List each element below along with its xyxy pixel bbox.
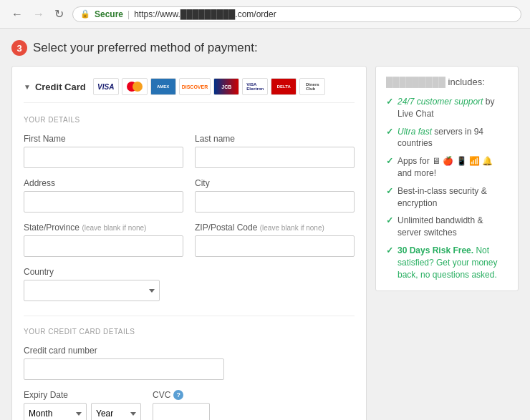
page-heading: 3 Select your preferred method of paymen… bbox=[11, 40, 519, 56]
check-icon: ✓ bbox=[386, 127, 393, 137]
address-label: Address bbox=[24, 178, 183, 188]
name-row: First Name Last name bbox=[24, 134, 355, 168]
cvc-label: CVC bbox=[153, 390, 170, 400]
address-group: Address bbox=[24, 178, 183, 213]
check-icon: ✓ bbox=[386, 97, 393, 107]
country-label: Country bbox=[24, 267, 355, 277]
main-layout: ▼ Credit Card VISA AMEX bbox=[11, 66, 519, 420]
state-zip-row: State/Province (leave blank if none) ZIP… bbox=[24, 223, 355, 257]
your-details-section-label: YOUR DETAILS bbox=[24, 116, 355, 124]
feature-item-last: ✓ 30 Days Risk Free. Not satisfied? Get … bbox=[386, 245, 508, 280]
feature-text: Best-in-class security & encryption bbox=[398, 185, 508, 210]
feature-item: ✓ Ultra fast servers in 94 countries bbox=[386, 126, 508, 150]
cvc-input[interactable] bbox=[153, 403, 210, 420]
expiry-selects: Month 010203 040506 070809 101112 Year 2… bbox=[24, 403, 141, 420]
expiry-group: Expiry Date Month 010203 040506 070809 1… bbox=[24, 390, 141, 420]
diners-logo: DinersClub bbox=[299, 78, 325, 95]
year-select[interactable]: Year 202420252026 202720282029 bbox=[91, 403, 141, 420]
sidebar-title: █████████ includes: bbox=[386, 77, 508, 87]
forward-button[interactable]: → bbox=[30, 6, 47, 22]
feature-item: ✓ Best-in-class security & encryption bbox=[386, 185, 508, 210]
cvc-help-icon[interactable]: ? bbox=[173, 390, 183, 400]
feature-text: Ultra fast servers in 94 countries bbox=[398, 126, 508, 150]
first-name-label: First Name bbox=[24, 134, 183, 144]
check-icon: ✓ bbox=[386, 156, 393, 166]
page-content: 3 Select your preferred method of paymen… bbox=[0, 29, 530, 420]
visa-electron-logo: VISAElectron bbox=[242, 78, 268, 95]
state-group: State/Province (leave blank if none) bbox=[24, 223, 183, 257]
feature-text: 24/7 customer support by Live Chat bbox=[398, 96, 508, 120]
delta-logo: DELTA bbox=[271, 78, 297, 95]
feature-item: ✓ Apps for 🖥 🍎 📱 📶 🔔 and more! bbox=[386, 155, 508, 180]
card-number-group: Credit card number bbox=[24, 346, 355, 380]
country-select[interactable]: United States United Kingdom Canada Aust… bbox=[24, 280, 160, 301]
feature-item: ✓ Unlimited bandwidth & server switches bbox=[386, 215, 508, 239]
card-section: YOUR CREDIT CARD DETAILS Credit card num… bbox=[24, 316, 355, 420]
url-text: https://www.█████████.com/order bbox=[134, 9, 276, 19]
check-icon: ✓ bbox=[386, 186, 393, 196]
payment-panel: ▼ Credit Card VISA AMEX bbox=[11, 66, 367, 420]
discover-logo: DISCOVER bbox=[179, 78, 211, 95]
feature-text: Apps for 🖥 🍎 📱 📶 🔔 and more! bbox=[398, 155, 508, 180]
visa-logo: VISA bbox=[93, 78, 119, 95]
browser-bar: ← → ↻ 🔒 Secure | https://www.█████████.c… bbox=[0, 0, 530, 29]
first-name-group: First Name bbox=[24, 134, 183, 168]
city-input[interactable] bbox=[195, 191, 355, 213]
amex-logo: AMEX bbox=[150, 78, 176, 95]
city-label: City bbox=[195, 178, 355, 188]
secure-label: Secure bbox=[95, 9, 123, 19]
zip-input[interactable] bbox=[195, 235, 355, 257]
first-name-input[interactable] bbox=[24, 147, 183, 168]
expiry-label: Expiry Date bbox=[24, 390, 141, 400]
browser-navigation: ← → ↻ bbox=[9, 6, 67, 22]
back-button[interactable]: ← bbox=[9, 6, 26, 22]
cvc-group: CVC ? bbox=[153, 390, 210, 420]
cvc-label-row: CVC ? bbox=[153, 390, 210, 400]
reload-button[interactable]: ↻ bbox=[52, 6, 67, 22]
zip-group: ZIP/Postal Code (leave blank if none) bbox=[195, 223, 355, 257]
state-label: State/Province (leave blank if none) bbox=[24, 223, 183, 233]
mastercard-logo bbox=[122, 78, 148, 95]
sidebar-panel: █████████ includes: ✓ 24/7 customer supp… bbox=[375, 66, 519, 291]
country-group: Country United States United Kingdom Can… bbox=[24, 267, 355, 301]
chevron-down-icon: ▼ bbox=[24, 83, 31, 91]
card-number-label: Credit card number bbox=[24, 346, 355, 356]
lock-icon: 🔒 bbox=[80, 9, 90, 19]
expiry-cvc-row: Expiry Date Month 010203 040506 070809 1… bbox=[24, 390, 355, 420]
address-bar[interactable]: 🔒 Secure | https://www.█████████.com/ord… bbox=[72, 6, 521, 22]
page-title: Select your preferred method of payment: bbox=[33, 41, 258, 55]
month-select[interactable]: Month 010203 040506 070809 101112 bbox=[24, 403, 87, 420]
last-name-input[interactable] bbox=[195, 147, 355, 168]
feature-list: ✓ 24/7 customer support by Live Chat ✓ U… bbox=[386, 96, 508, 280]
check-icon: ✓ bbox=[386, 245, 393, 255]
state-input[interactable] bbox=[24, 235, 183, 257]
check-icon: ✓ bbox=[386, 215, 393, 225]
zip-label: ZIP/Postal Code (leave blank if none) bbox=[195, 223, 355, 233]
feature-text: 30 Days Risk Free. Not satisfied? Get yo… bbox=[398, 245, 508, 280]
last-name-group: Last name bbox=[195, 134, 355, 168]
payment-method-label: Credit Card bbox=[35, 82, 86, 92]
feature-item: ✓ 24/7 customer support by Live Chat bbox=[386, 96, 508, 120]
card-number-input[interactable] bbox=[24, 358, 224, 380]
country-row: Country United States United Kingdom Can… bbox=[24, 267, 355, 301]
feature-text: Unlimited bandwidth & server switches bbox=[398, 215, 508, 239]
step-badge: 3 bbox=[11, 40, 27, 56]
jcb-logo: JCB bbox=[213, 78, 239, 95]
address-city-row: Address City bbox=[24, 178, 355, 213]
payment-method-header: ▼ Credit Card VISA AMEX bbox=[24, 78, 355, 103]
separator: | bbox=[127, 9, 130, 19]
credit-card-toggle[interactable]: ▼ Credit Card bbox=[24, 82, 86, 92]
last-name-label: Last name bbox=[195, 134, 355, 144]
address-input[interactable] bbox=[24, 191, 183, 213]
card-logos: VISA AMEX DISCOVER J bbox=[93, 78, 326, 95]
card-details-section-label: YOUR CREDIT CARD DETAILS bbox=[24, 328, 355, 336]
brand-name: █████████ bbox=[386, 77, 445, 87]
city-group: City bbox=[195, 178, 355, 213]
